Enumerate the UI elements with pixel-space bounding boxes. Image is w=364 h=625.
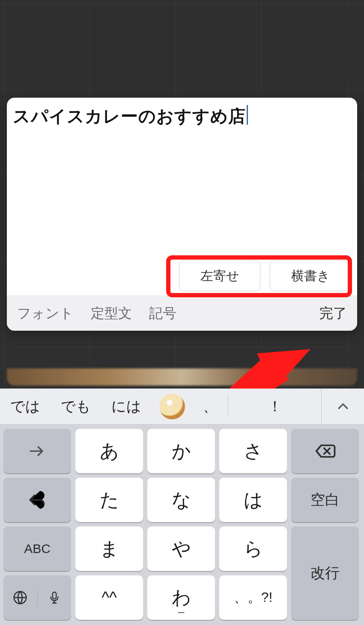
toolbar-symbol-button[interactable]: 記号 — [149, 304, 176, 323]
text-option-row: 左寄せ 横書き — [179, 260, 351, 291]
toolbar-font-button[interactable]: フォント — [17, 304, 74, 323]
key-mic[interactable] — [38, 589, 72, 606]
key-a[interactable]: あ — [75, 429, 143, 473]
key-globe-mic[interactable] — [3, 575, 71, 620]
writing-direction-button[interactable]: 横書き — [270, 260, 351, 291]
curry-emoji-icon[interactable] — [159, 394, 185, 419]
key-wa-sub: ー — [147, 608, 215, 618]
key-ma[interactable]: ま — [75, 526, 143, 571]
align-left-button[interactable]: 左寄せ — [179, 260, 260, 291]
mic-icon — [47, 589, 62, 606]
suggestion-bar: では でも には 、 ！ — [0, 389, 364, 425]
svg-rect-5 — [53, 592, 57, 599]
backspace-icon — [313, 440, 337, 463]
key-undo[interactable] — [3, 478, 71, 522]
suggestion-1[interactable]: では — [0, 389, 51, 424]
suggestion-5[interactable]: ！ — [228, 389, 321, 424]
key-ra[interactable]: ら — [219, 526, 287, 571]
key-na[interactable]: な — [147, 478, 215, 522]
key-ta[interactable]: た — [75, 478, 143, 522]
key-ka[interactable]: か — [147, 429, 215, 473]
arrow-right-icon — [27, 441, 48, 461]
text-content: スパイスカレーのおすすめ店 — [13, 107, 246, 126]
key-ha[interactable]: は — [219, 478, 287, 522]
suggestion-3[interactable]: には — [101, 389, 152, 424]
key-wa-label: わ — [172, 585, 191, 610]
keyboard: では でも には 、 ！ あ か さ — [0, 389, 364, 625]
keyboard-grid: あ か さ — [0, 425, 364, 625]
undo-icon — [27, 489, 48, 511]
globe-icon — [12, 589, 28, 606]
toolbar-template-button[interactable]: 定型文 — [91, 304, 132, 323]
key-abc[interactable]: ABC — [3, 526, 71, 571]
key-next-candidate[interactable] — [3, 429, 71, 473]
key-kaomoji[interactable]: ^^ — [75, 575, 143, 620]
suggestion-expand-button[interactable] — [321, 389, 364, 424]
key-backspace[interactable] — [291, 429, 359, 473]
key-space[interactable]: 空白 — [291, 478, 359, 522]
suggestion-4[interactable]: 、 — [193, 389, 228, 424]
key-sa[interactable]: さ — [219, 429, 287, 473]
text-input-area[interactable]: スパイスカレーのおすすめ店 左寄せ 横書き — [7, 98, 357, 296]
text-editor-panel: スパイスカレーのおすすめ店 左寄せ 横書き フォント 定型文 記号 完了 — [7, 98, 357, 331]
key-wa[interactable]: わ ー — [147, 575, 215, 620]
toolbar-done-button[interactable]: 完了 — [319, 304, 347, 323]
key-return[interactable]: 改行 — [291, 526, 359, 620]
chevron-up-icon — [336, 399, 350, 414]
suggestion-2[interactable]: でも — [51, 389, 101, 424]
text-cursor — [247, 105, 248, 125]
editor-toolbar: フォント 定型文 記号 完了 — [7, 296, 357, 331]
key-ya[interactable]: や — [147, 526, 215, 571]
background-photo-strip — [7, 368, 357, 386]
key-globe[interactable] — [3, 589, 38, 606]
key-punct[interactable]: 、。?! — [219, 575, 287, 620]
